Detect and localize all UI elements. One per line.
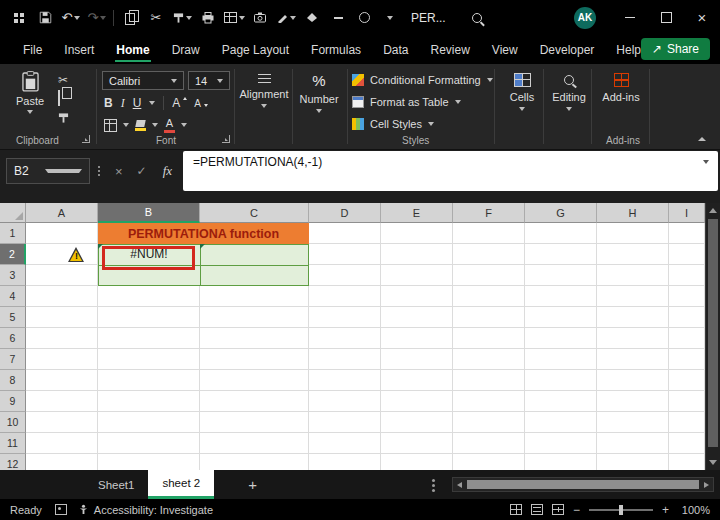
cell-A11[interactable] bbox=[26, 433, 98, 454]
cell-D4[interactable] bbox=[309, 286, 381, 307]
column-header-B[interactable]: B bbox=[98, 203, 200, 223]
cell-E3[interactable] bbox=[381, 265, 453, 286]
cell-B1-title[interactable]: PERMUTATIONA function bbox=[98, 223, 309, 244]
search-icon[interactable] bbox=[464, 5, 490, 31]
cell-H6[interactable] bbox=[597, 328, 669, 349]
cell-F7[interactable] bbox=[453, 349, 525, 370]
cell-D10[interactable] bbox=[309, 412, 381, 433]
cancel-icon[interactable]: × bbox=[115, 164, 123, 179]
row-header-7[interactable]: 7 bbox=[0, 349, 26, 370]
cell-E8[interactable] bbox=[381, 370, 453, 391]
cell-A4[interactable] bbox=[26, 286, 98, 307]
cell-E11[interactable] bbox=[381, 433, 453, 454]
cell-F1[interactable] bbox=[453, 223, 525, 244]
cell-H2[interactable] bbox=[597, 244, 669, 265]
cell-E2[interactable] bbox=[381, 244, 453, 265]
decrease-font-size-button[interactable]: A bbox=[194, 98, 207, 109]
font-dialog-launcher[interactable] bbox=[222, 135, 230, 143]
cell-E6[interactable] bbox=[381, 328, 453, 349]
cell-G3[interactable] bbox=[525, 265, 597, 286]
sheet-tab-sheet1[interactable]: Sheet1 bbox=[84, 470, 148, 499]
format-painter-button[interactable] bbox=[58, 112, 69, 126]
cell-H9[interactable] bbox=[597, 391, 669, 412]
cell-B9[interactable] bbox=[98, 391, 200, 412]
minimize-button[interactable] bbox=[612, 0, 648, 35]
cell-F12[interactable] bbox=[453, 454, 525, 470]
row-header-5[interactable]: 5 bbox=[0, 307, 26, 328]
scroll-up-arrow-icon[interactable] bbox=[709, 208, 717, 213]
row-header-6[interactable]: 6 bbox=[0, 328, 26, 349]
cell-F11[interactable] bbox=[453, 433, 525, 454]
cell-G9[interactable] bbox=[525, 391, 597, 412]
cell-F9[interactable] bbox=[453, 391, 525, 412]
cell-B5[interactable] bbox=[98, 307, 200, 328]
increase-font-size-button[interactable]: A bbox=[172, 96, 186, 110]
cell-A5[interactable] bbox=[26, 307, 98, 328]
italic-button[interactable]: I bbox=[121, 96, 125, 111]
save-icon[interactable] bbox=[32, 5, 58, 31]
cell-E12[interactable] bbox=[381, 454, 453, 470]
cell-styles-button[interactable]: Cell Styles bbox=[352, 118, 434, 130]
cell-H4[interactable] bbox=[597, 286, 669, 307]
scroll-down-arrow-icon[interactable] bbox=[709, 460, 717, 465]
cell-I5[interactable] bbox=[669, 307, 705, 328]
formula-bar-handle[interactable] bbox=[98, 170, 100, 172]
clipboard-dialog-launcher[interactable] bbox=[82, 135, 90, 143]
tab-page-layout[interactable]: Page Layout bbox=[211, 35, 300, 64]
cell-C12[interactable] bbox=[200, 454, 309, 470]
normal-view-icon[interactable] bbox=[510, 504, 522, 515]
cell-C6[interactable] bbox=[200, 328, 309, 349]
number-group-button[interactable]: % Number bbox=[296, 72, 342, 113]
name-box[interactable]: B2 bbox=[6, 158, 90, 184]
cell-D2[interactable] bbox=[309, 244, 381, 265]
dash-icon[interactable] bbox=[325, 5, 351, 31]
alignment-group-button[interactable]: Alignment bbox=[238, 74, 290, 108]
fill-color-button[interactable] bbox=[135, 120, 146, 131]
paste-button[interactable]: Paste bbox=[8, 71, 52, 114]
row-header-11[interactable]: 11 bbox=[0, 433, 26, 454]
tab-developer[interactable]: Developer bbox=[529, 35, 606, 64]
cell-G10[interactable] bbox=[525, 412, 597, 433]
cut-icon[interactable]: ✂ bbox=[143, 5, 169, 31]
horizontal-scrollbar[interactable] bbox=[452, 477, 714, 492]
cell-B8[interactable] bbox=[98, 370, 200, 391]
cell-I8[interactable] bbox=[669, 370, 705, 391]
cell-F4[interactable] bbox=[453, 286, 525, 307]
collapse-ribbon-icon[interactable] bbox=[698, 137, 706, 141]
column-header-H[interactable]: H bbox=[597, 203, 669, 223]
fill-color-icon[interactable] bbox=[299, 5, 325, 31]
cell-H3[interactable] bbox=[597, 265, 669, 286]
undo-icon[interactable]: ↶ bbox=[58, 5, 84, 31]
chevron-down-icon[interactable] bbox=[123, 123, 129, 127]
row-header-10[interactable]: 10 bbox=[0, 412, 26, 433]
column-header-E[interactable]: E bbox=[381, 203, 453, 223]
sheet-options-icon[interactable] bbox=[432, 484, 435, 487]
cell-H10[interactable] bbox=[597, 412, 669, 433]
font-size-select[interactable]: 14 bbox=[188, 71, 230, 90]
maximize-button[interactable] bbox=[648, 0, 684, 35]
sheet-tab-sheet2[interactable]: sheet 2 bbox=[148, 470, 214, 499]
page-layout-view-icon[interactable] bbox=[531, 504, 543, 515]
cell-D8[interactable] bbox=[309, 370, 381, 391]
row-header-8[interactable]: 8 bbox=[0, 370, 26, 391]
cell-D3[interactable] bbox=[309, 265, 381, 286]
cell-C4[interactable] bbox=[200, 286, 309, 307]
cell-E7[interactable] bbox=[381, 349, 453, 370]
cell-F5[interactable] bbox=[453, 307, 525, 328]
cells-group-button[interactable]: Cells bbox=[502, 73, 542, 111]
camera-icon[interactable] bbox=[247, 5, 273, 31]
borders-icon[interactable] bbox=[104, 119, 117, 132]
new-sheet-button[interactable]: + bbox=[248, 476, 257, 493]
cell-H11[interactable] bbox=[597, 433, 669, 454]
cell-I4[interactable] bbox=[669, 286, 705, 307]
row-header-3[interactable]: 3 bbox=[0, 265, 26, 286]
chevron-down-icon[interactable] bbox=[181, 123, 187, 127]
cell-C7[interactable] bbox=[200, 349, 309, 370]
scroll-left-arrow-icon[interactable] bbox=[457, 482, 462, 488]
more-commands-icon[interactable] bbox=[377, 5, 403, 31]
enter-icon[interactable]: ✓ bbox=[137, 164, 147, 178]
cell-F2[interactable] bbox=[453, 244, 525, 265]
bold-button[interactable]: B bbox=[104, 96, 113, 110]
cell-A8[interactable] bbox=[26, 370, 98, 391]
cell-G1[interactable] bbox=[525, 223, 597, 244]
